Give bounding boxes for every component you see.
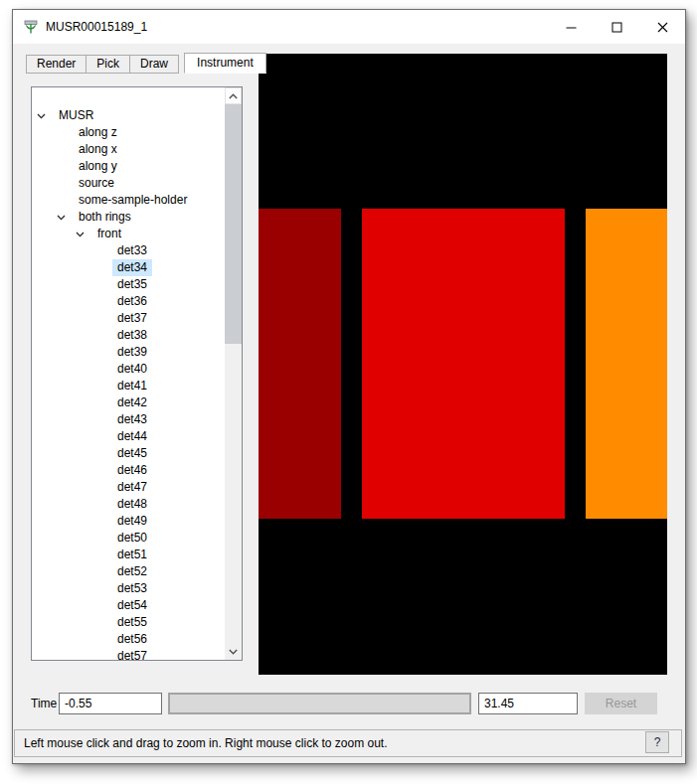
tree-item-label: along z xyxy=(74,124,122,141)
tree-item-det51[interactable]: det51 xyxy=(32,547,225,563)
help-button[interactable]: ? xyxy=(645,731,669,753)
detector-bank-left[interactable] xyxy=(259,209,341,519)
tree-item-det52[interactable]: det52 xyxy=(32,563,225,580)
tree-item-label: source xyxy=(74,175,119,192)
reset-button[interactable]: Reset xyxy=(585,693,657,714)
tree-item-label: det45 xyxy=(112,445,152,462)
tree-item-det43[interactable]: det43 xyxy=(32,411,225,428)
tree-item-det57[interactable]: det57 xyxy=(32,648,225,661)
time-slider[interactable] xyxy=(168,693,471,714)
tree-item-along-z[interactable]: along z xyxy=(32,124,225,141)
tree-item-label: det36 xyxy=(112,293,152,310)
scroll-up-button[interactable] xyxy=(225,87,242,104)
chevron-down-icon[interactable] xyxy=(37,111,54,120)
tree-scrollbar[interactable] xyxy=(225,87,242,660)
tree-item-label: both rings xyxy=(74,209,136,226)
scroll-down-button[interactable] xyxy=(225,643,242,660)
time-max-input[interactable] xyxy=(478,693,578,714)
tree-item-det53[interactable]: det53 xyxy=(32,580,225,597)
tree-item-det49[interactable]: det49 xyxy=(32,513,225,530)
tab-render[interactable]: Render xyxy=(26,55,87,74)
tree-item-label: det54 xyxy=(112,597,152,614)
tree-item-source[interactable]: source xyxy=(32,175,225,192)
tree-item-det54[interactable]: det54 xyxy=(32,597,225,614)
desktop: MUSR00015189_1 xyxy=(0,0,697,784)
tab-pick[interactable]: Pick xyxy=(86,55,130,74)
close-icon xyxy=(657,22,668,33)
tree-item-label: det56 xyxy=(112,631,152,648)
tree-item-label: det44 xyxy=(112,428,152,445)
maximize-button[interactable] xyxy=(594,10,639,44)
time-min-input[interactable] xyxy=(59,693,162,714)
chevron-up-icon xyxy=(229,93,238,99)
tree-item-along-x[interactable]: along x xyxy=(32,141,225,158)
tree-item-det39[interactable]: det39 xyxy=(32,344,225,361)
tree-item-label: det34 xyxy=(112,259,152,276)
tree-item-label: det35 xyxy=(112,276,152,293)
tree-item-label: det41 xyxy=(112,378,152,394)
tree-item-det46[interactable]: det46 xyxy=(32,462,225,479)
instrument-3d-viewport[interactable] xyxy=(259,54,667,675)
tree-item-MUSR[interactable]: MUSR xyxy=(32,107,225,124)
time-label: Time xyxy=(31,693,57,714)
tree-item-det47[interactable]: det47 xyxy=(32,479,225,496)
tree-item-label: det42 xyxy=(112,394,152,411)
tree-item-label: det50 xyxy=(112,530,152,547)
chevron-down-icon[interactable] xyxy=(76,230,92,238)
tab-instrument[interactable]: Instrument xyxy=(184,53,266,74)
tree-item-det38[interactable]: det38 xyxy=(32,327,225,344)
tree-item-label: det38 xyxy=(112,327,152,344)
tree-item-label: det51 xyxy=(112,547,152,563)
tab-draw[interactable]: Draw xyxy=(129,55,179,74)
status-bar: Left mouse click and drag to zoom in. Ri… xyxy=(14,729,682,757)
tree-item-det44[interactable]: det44 xyxy=(32,428,225,445)
tree-item-det37[interactable]: det37 xyxy=(32,310,225,327)
mantid-logo-icon xyxy=(23,19,39,35)
tree-item-det55[interactable]: det55 xyxy=(32,614,225,631)
detector-bank-right[interactable] xyxy=(586,209,667,519)
tree-item-det41[interactable]: det41 xyxy=(32,378,225,394)
tree-item-label: along x xyxy=(74,141,122,158)
tree-item-det56[interactable]: det56 xyxy=(32,631,225,648)
tree-item-label: det47 xyxy=(112,479,152,496)
minimize-icon xyxy=(566,22,577,33)
instrument-view-window: MUSR00015189_1 xyxy=(12,9,686,764)
tree-item-label: along y xyxy=(74,158,122,175)
tree-item-label: det53 xyxy=(112,580,152,597)
tree-item-det50[interactable]: det50 xyxy=(32,530,225,547)
tree-item-det45[interactable]: det45 xyxy=(32,445,225,462)
tree-item-label: det52 xyxy=(112,563,152,580)
scrollbar-thumb[interactable] xyxy=(225,104,242,344)
chevron-down-icon[interactable] xyxy=(57,213,74,222)
tree-item-front[interactable]: front xyxy=(32,226,225,242)
tree-item-det34[interactable]: det34 xyxy=(32,259,225,276)
tree-item-label: some-sample-holder xyxy=(74,192,192,209)
tree-item-label: det37 xyxy=(112,310,152,327)
title-bar[interactable]: MUSR00015189_1 xyxy=(13,10,685,44)
tree-item-det35[interactable]: det35 xyxy=(32,276,225,293)
tree-item-label: det48 xyxy=(112,496,152,513)
tree-item-along-y[interactable]: along y xyxy=(32,158,225,175)
tree-item-label: det33 xyxy=(112,242,152,259)
tree-item-det42[interactable]: det42 xyxy=(32,394,225,411)
tree-item-label: det49 xyxy=(112,513,152,530)
component-tree: MUSRalong zalong xalong ysourcesome-samp… xyxy=(32,107,225,661)
tree-item-det40[interactable]: det40 xyxy=(32,361,225,378)
tree-item-some-sample-holder[interactable]: some-sample-holder xyxy=(32,192,225,209)
window-title: MUSR00015189_1 xyxy=(46,20,147,34)
tree-item-both-rings[interactable]: both rings xyxy=(32,209,225,226)
tree-item-det36[interactable]: det36 xyxy=(32,293,225,310)
minimize-button[interactable] xyxy=(548,10,594,44)
tree-item-label: det43 xyxy=(112,411,152,428)
tree-item-det48[interactable]: det48 xyxy=(32,496,225,513)
tree-item-label: det39 xyxy=(112,344,152,361)
tree-item-det33[interactable]: det33 xyxy=(32,242,225,259)
close-button[interactable] xyxy=(639,10,685,44)
component-tree-panel: MUSRalong zalong xalong ysourcesome-samp… xyxy=(31,86,243,661)
tree-item-label: det46 xyxy=(112,462,152,479)
detector-bank-center[interactable] xyxy=(362,209,565,519)
tree-item-label: det40 xyxy=(112,361,152,378)
tree-item-label: MUSR xyxy=(54,107,98,124)
tree-item-label: det57 xyxy=(112,648,152,661)
maximize-icon xyxy=(611,22,622,33)
